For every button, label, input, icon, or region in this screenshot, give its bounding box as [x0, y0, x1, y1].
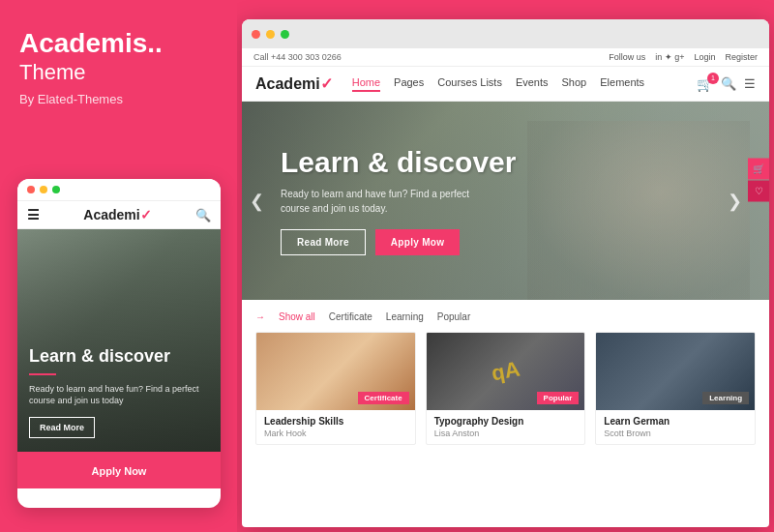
nav-link-elements[interactable]: Elements — [600, 76, 644, 92]
cart-icon[interactable]: 🛒1 — [697, 76, 713, 92]
course-card-german: Learning Learn German Scott Brown — [595, 332, 756, 445]
course-title-typography: Typography Design — [434, 416, 578, 427]
login-link[interactable]: Login — [694, 52, 715, 62]
course-badge-certificate: Certificate — [358, 392, 409, 404]
hero-side-icons: 🛒 ♡ — [748, 158, 769, 201]
by-line: By Elated-Themes — [19, 92, 218, 106]
courses-grid: Certificate Leadership Skills Mark Hook … — [255, 332, 756, 445]
browser-dot-yellow — [266, 30, 275, 39]
filter-arrow-icon: → — [255, 311, 265, 322]
mobile-read-more-button[interactable]: Read More — [29, 417, 95, 438]
nav-link-home[interactable]: Home — [352, 76, 380, 92]
mobile-hero: Learn & discover Ready to learn and have… — [17, 229, 221, 452]
filter-popular[interactable]: Popular — [437, 311, 470, 322]
course-info-typography: Typography Design Lisa Anston — [427, 410, 585, 444]
hero-content: Learn & discover Ready to learn and have… — [281, 146, 730, 256]
hero-section: Learn & discover Ready to learn and have… — [242, 102, 769, 300]
mobile-dot-red — [27, 186, 35, 193]
hero-subtitle: Ready to learn and have fun? Find a perf… — [281, 187, 474, 216]
course-info-german: Learn German Scott Brown — [596, 410, 755, 444]
follow-us-label: Follow us — [609, 52, 645, 62]
mobile-dot-green — [52, 186, 60, 193]
nav-link-events[interactable]: Events — [516, 76, 549, 92]
browser-top-bar — [242, 19, 769, 48]
course-card-typography: qA Popular Typography Design Lisa Anston — [426, 332, 586, 445]
course-card-leadership: Certificate Leadership Skills Mark Hook — [255, 332, 416, 445]
mobile-brand: Academi✓ — [83, 207, 151, 222]
course-title-german: Learn German — [604, 416, 747, 427]
mobile-top-bar — [17, 179, 221, 201]
course-img-german: Learning — [596, 333, 755, 410]
nav-links: Home Pages Courses Lists Events Shop Ele… — [352, 76, 697, 92]
register-link[interactable]: Register — [725, 52, 758, 62]
side-icon-1[interactable]: 🛒 — [748, 158, 769, 179]
filter-learning[interactable]: Learning — [386, 311, 424, 322]
courses-section: → Show all Certificate Learning Popular … — [242, 300, 769, 457]
mobile-logo: ☰ — [27, 207, 40, 222]
course-instructor-typography: Lisa Anston — [434, 429, 578, 438]
mobile-hero-title: Learn & discover — [29, 346, 209, 368]
hero-apply-now-button[interactable]: Apply Mow — [375, 229, 460, 255]
hero-title: Learn & discover — [281, 146, 730, 180]
filter-certificate[interactable]: Certificate — [329, 311, 372, 322]
filter-show-all[interactable]: Show all — [279, 311, 315, 322]
typography-decoration: qA — [490, 357, 521, 387]
hero-prev-arrow[interactable]: ❮ — [250, 191, 264, 212]
course-img-leadership: Certificate — [256, 333, 415, 410]
mobile-dot-yellow — [40, 186, 47, 193]
course-badge-learning: Learning — [702, 392, 749, 404]
mobile-apply-bar[interactable]: Apply Now — [17, 452, 221, 488]
side-icon-2[interactable]: ♡ — [748, 180, 769, 201]
site-phone: Call +44 300 303 0266 — [253, 52, 342, 62]
social-icons: in ✦ g+ — [655, 52, 684, 62]
course-img-typography: qA Popular — [427, 333, 585, 410]
nav-right: 🛒1 🔍 ☰ — [697, 76, 756, 92]
course-badge-popular: Popular — [537, 392, 580, 404]
menu-icon[interactable]: ☰ — [744, 76, 756, 91]
mobile-apply-now-button[interactable]: Apply Now — [92, 465, 147, 477]
courses-filter: → Show all Certificate Learning Popular — [255, 311, 756, 322]
search-icon[interactable]: 🔍 — [721, 76, 736, 91]
mobile-header: ☰ Academi✓ 🔍 — [17, 201, 221, 229]
site-top-bar-right: Follow us in ✦ g+ Login Register — [609, 52, 758, 62]
browser-dot-red — [252, 30, 260, 39]
mobile-hero-subtitle: Ready to learn and have fun? Find a perf… — [29, 383, 209, 407]
hero-buttons: Read More Apply Mow — [281, 229, 730, 255]
site-top-bar: Call +44 300 303 0266 Follow us in ✦ g+ … — [242, 48, 769, 67]
nav-link-pages[interactable]: Pages — [394, 76, 424, 92]
site-logo: Academi✓ — [255, 74, 333, 93]
brand-title: Academis.. — [19, 29, 218, 59]
hero-next-arrow[interactable]: ❯ — [728, 191, 742, 212]
browser-dot-green — [281, 30, 289, 39]
left-panel: Academis.. Theme By Elated-Themes ☰ Acad… — [0, 0, 237, 532]
course-instructor-leadership: Mark Hook — [264, 429, 407, 438]
nav-link-shop[interactable]: Shop — [562, 76, 587, 92]
brand-subtitle: Theme — [19, 59, 218, 87]
course-title-leadership: Leadership Skills — [264, 416, 407, 427]
mobile-hero-divider — [29, 373, 56, 375]
cart-badge: 1 — [707, 73, 719, 84]
course-info-leadership: Leadership Skills Mark Hook — [256, 410, 415, 444]
hero-read-more-button[interactable]: Read More — [281, 229, 366, 255]
mobile-mockup: ☰ Academi✓ 🔍 Learn & discover Ready to l… — [17, 179, 221, 508]
mobile-btn-row: Read More — [29, 417, 209, 438]
course-instructor-german: Scott Brown — [604, 429, 747, 438]
mobile-search-icon[interactable]: 🔍 — [195, 208, 211, 222]
nav-link-courses[interactable]: Courses Lists — [437, 76, 502, 92]
site-nav: Academi✓ Home Pages Courses Lists Events… — [242, 67, 769, 102]
browser-window: Call +44 300 303 0266 Follow us in ✦ g+ … — [242, 19, 769, 527]
mobile-hero-bg: Learn & discover Ready to learn and have… — [17, 229, 221, 452]
